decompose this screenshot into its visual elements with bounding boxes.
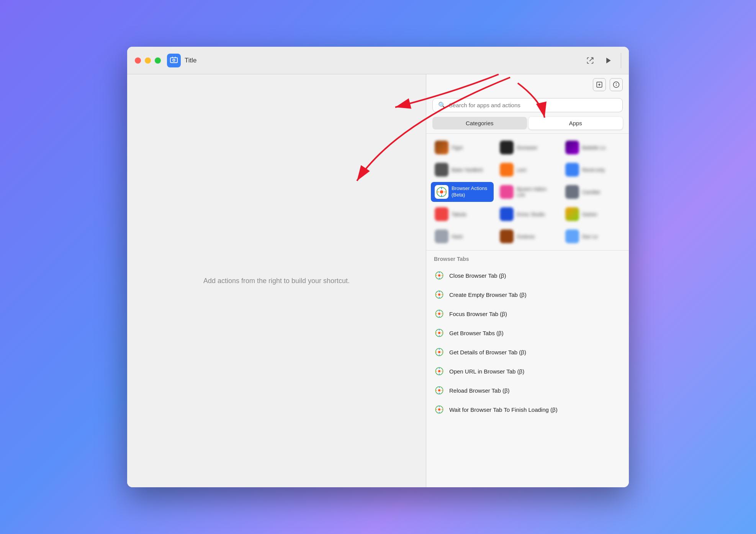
- svg-point-26: [438, 293, 440, 296]
- action-name: Reload Browser Tab (β): [449, 387, 510, 394]
- titlebar: Title: [127, 47, 629, 74]
- action-close-browser-tab[interactable]: Close Browser Tab (β): [426, 266, 629, 285]
- action-reload-browser-tab[interactable]: Reload Browser Tab (β): [426, 381, 629, 400]
- action-wait-browser-tab[interactable]: Wait for Browser Tab To Finish Loading (…: [426, 400, 629, 419]
- app-icon: [167, 54, 181, 67]
- action-open-url-browser-tab[interactable]: Open URL in Browser Tab (β): [426, 362, 629, 381]
- list-item[interactable]: Dav Le: [561, 226, 624, 246]
- list-item[interactable]: Donwwer: [496, 138, 559, 157]
- list-item[interactable]: Garten: [561, 204, 624, 224]
- maximize-button[interactable]: [155, 57, 161, 64]
- info-button[interactable]: [610, 78, 623, 91]
- right-panel-top-bar: [426, 74, 629, 93]
- search-bar[interactable]: 🔍: [432, 98, 623, 112]
- list-item[interactable]: Battelle Lo: [561, 138, 624, 157]
- action-get-details-browser-tab[interactable]: Get Details of Browser Tab (β): [426, 342, 629, 362]
- list-item[interactable]: Hack: [431, 226, 494, 246]
- action-create-empty-browser-tab[interactable]: Create Empty Browser Tab (β): [426, 285, 629, 304]
- action-name: Get Details of Browser Tab (β): [449, 349, 526, 355]
- action-name: Close Browser Tab (β): [449, 272, 506, 279]
- list-item[interactable]: Lect: [496, 160, 559, 180]
- svg-point-62: [438, 408, 440, 411]
- close-button[interactable]: [135, 57, 141, 64]
- tabs-row: Categories Apps: [432, 117, 623, 129]
- list-item[interactable]: Emoc Studio: [496, 204, 559, 224]
- action-icon: [434, 270, 445, 281]
- svg-point-14: [440, 190, 443, 194]
- play-button[interactable]: [602, 54, 615, 67]
- main-window: Title Add: [127, 47, 629, 487]
- action-name: Wait for Browser Tab To Finish Loading (…: [449, 406, 558, 413]
- apps-grid: Figot Donwwer Battelle Lo: [431, 138, 624, 246]
- tab-categories[interactable]: Categories: [432, 117, 527, 129]
- left-panel: Add actions from the right to build your…: [127, 74, 426, 487]
- action-icon: [434, 385, 445, 396]
- search-input[interactable]: [449, 102, 617, 108]
- list-item[interactable]: Goduna: [496, 226, 559, 246]
- action-name: Get Browser Tabs (β): [449, 330, 504, 336]
- apps-grid-section: Figot Donwwer Battelle Lo: [426, 134, 629, 251]
- svg-point-4: [173, 59, 175, 61]
- list-item[interactable]: Byvern Adton Lint: [496, 182, 559, 202]
- svg-point-32: [438, 313, 440, 315]
- search-icon: 🔍: [438, 102, 446, 109]
- actions-list-section: Browser Tabs Close: [426, 251, 629, 487]
- svg-point-50: [438, 370, 440, 372]
- content-area: Add actions from the right to build your…: [127, 74, 629, 487]
- action-icon: [434, 404, 445, 415]
- svg-line-5: [589, 57, 593, 61]
- action-name: Create Empty Browser Tab (β): [449, 292, 527, 298]
- action-icon: [434, 328, 445, 338]
- action-focus-browser-tab[interactable]: Focus Browser Tab (β): [426, 304, 629, 323]
- titlebar-divider: [621, 53, 621, 68]
- action-icon: [434, 308, 445, 319]
- share-button[interactable]: [584, 54, 596, 67]
- app-cell-browser-actions[interactable]: Browser Actions (Beta): [431, 182, 494, 202]
- svg-point-44: [438, 351, 440, 353]
- action-get-browser-tabs[interactable]: Get Browser Tabs (β): [426, 323, 629, 342]
- add-shortcut-button[interactable]: [593, 78, 606, 91]
- right-panel-header: 🔍 Categories Apps: [426, 93, 629, 134]
- svg-point-56: [438, 389, 440, 391]
- window-title: Title: [185, 57, 584, 64]
- action-icon: [434, 289, 445, 300]
- traffic-lights: [135, 57, 161, 64]
- svg-point-38: [438, 332, 440, 334]
- list-item[interactable]: Camilter: [561, 182, 624, 202]
- action-name: Open URL in Browser Tab (β): [449, 368, 524, 375]
- action-icon: [434, 347, 445, 357]
- minimize-button[interactable]: [145, 57, 151, 64]
- svg-marker-6: [606, 57, 611, 63]
- list-item[interactable]: Figot: [431, 138, 494, 157]
- list-item[interactable]: Rend-only: [561, 160, 624, 180]
- action-icon: [434, 366, 445, 377]
- tab-apps[interactable]: Apps: [529, 117, 623, 129]
- list-item[interactable]: Bake Yardbird: [431, 160, 494, 180]
- list-item[interactable]: Tabula: [431, 204, 494, 224]
- section-label: Browser Tabs: [426, 256, 629, 266]
- right-panel: 🔍 Categories Apps Figot: [426, 74, 629, 487]
- titlebar-actions: [584, 54, 615, 67]
- svg-rect-3: [170, 57, 177, 62]
- svg-point-20: [438, 274, 440, 277]
- left-panel-placeholder: Add actions from the right to build your…: [203, 277, 350, 285]
- action-name: Focus Browser Tab (β): [449, 311, 507, 317]
